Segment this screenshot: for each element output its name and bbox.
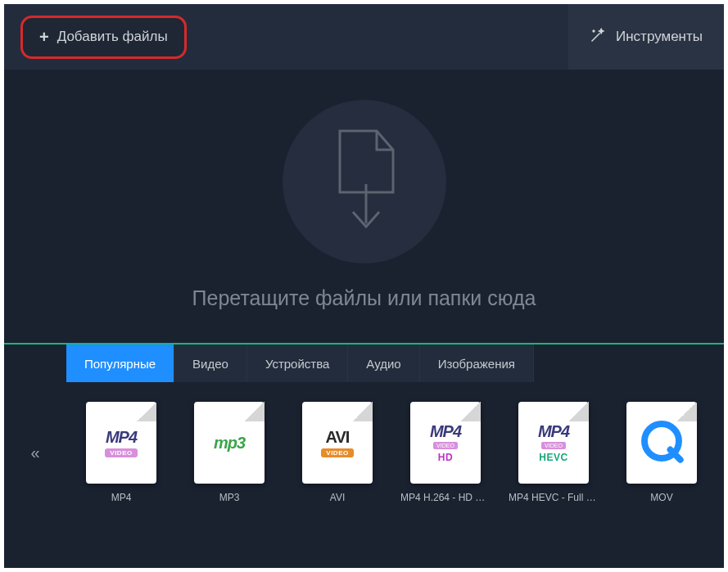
format-label: MP4 H.264 - HD 720p	[400, 492, 491, 503]
format-file-icon: MP4 VIDEO HEVC	[518, 402, 589, 484]
format-card-mp3[interactable]: mp3 MP3	[183, 402, 276, 503]
format-card-mp4[interactable]: MP4 VIDEO MP4	[75, 402, 168, 503]
add-files-button[interactable]: + Добавить файлы	[20, 16, 187, 59]
tab-label: Видео	[192, 357, 228, 371]
tab-devices[interactable]: Устройства	[247, 345, 348, 382]
format-subtag: VIDEO	[105, 448, 137, 457]
format-label: MP4 HEVC - Full HD 1...	[509, 492, 599, 503]
format-title: MP4	[430, 422, 461, 441]
format-title: MP4	[538, 422, 569, 441]
format-subtag: VIDEO	[321, 448, 353, 457]
format-file-icon	[626, 402, 697, 484]
tab-label: Изображения	[438, 357, 515, 371]
tools-label: Инструменты	[616, 29, 703, 45]
format-subtag: HD	[433, 451, 458, 464]
format-title: mp3	[214, 434, 245, 453]
file-download-icon	[323, 127, 405, 236]
tab-audio[interactable]: Аудио	[348, 345, 419, 382]
video-tag: VIDEO	[541, 442, 566, 449]
format-file-icon: MP4 VIDEO HD	[410, 402, 481, 484]
format-card-mov[interactable]: MOV	[615, 402, 708, 503]
plus-icon: +	[39, 28, 49, 47]
add-files-label: Добавить файлы	[57, 29, 168, 45]
format-tabs: Популярные Видео Устройства Аудио Изобра…	[4, 345, 724, 382]
tab-popular[interactable]: Популярные	[66, 345, 174, 382]
formats-list: « MP4 VIDEO MP4 mp3 MP3 AVI VIDEO AVI MP…	[4, 382, 724, 510]
chevron-left-icon: «	[30, 444, 39, 462]
format-card-mp4-hd[interactable]: MP4 VIDEO HD MP4 H.264 - HD 720p	[399, 402, 492, 503]
quicktime-icon	[639, 418, 685, 467]
tab-label: Популярные	[84, 357, 156, 371]
tab-label: Аудио	[366, 357, 400, 371]
format-label: MOV	[617, 492, 707, 503]
tab-label: Устройства	[265, 357, 329, 371]
format-file-icon: mp3	[194, 402, 265, 484]
format-title: AVI	[326, 428, 350, 447]
nav-prev-button[interactable]: «	[11, 395, 60, 510]
drop-icon-circle	[283, 100, 446, 263]
tab-images[interactable]: Изображения	[420, 345, 534, 382]
svg-point-0	[593, 30, 595, 32]
drop-zone-text: Перетащите файлы или папки сюда	[192, 286, 536, 310]
format-label: MP3	[184, 492, 274, 503]
tools-button[interactable]: Инструменты	[568, 4, 724, 70]
tab-video[interactable]: Видео	[174, 345, 247, 382]
toolbar: + Добавить файлы Инструменты	[4, 4, 724, 70]
format-file-icon: AVI VIDEO	[302, 402, 373, 484]
format-file-icon: MP4 VIDEO	[86, 402, 156, 484]
drop-zone[interactable]: Перетащите файлы или папки сюда	[29, 70, 699, 340]
video-tag: VIDEO	[433, 442, 458, 449]
format-card-avi[interactable]: AVI VIDEO AVI	[291, 402, 384, 503]
magic-wand-icon	[590, 27, 606, 47]
format-title: MP4	[106, 428, 137, 447]
format-label: MP4	[76, 492, 166, 503]
format-card-mp4-hevc[interactable]: MP4 VIDEO HEVC MP4 HEVC - Full HD 1...	[507, 402, 600, 503]
format-label: AVI	[292, 492, 382, 503]
format-subtag: HEVC	[534, 451, 572, 464]
